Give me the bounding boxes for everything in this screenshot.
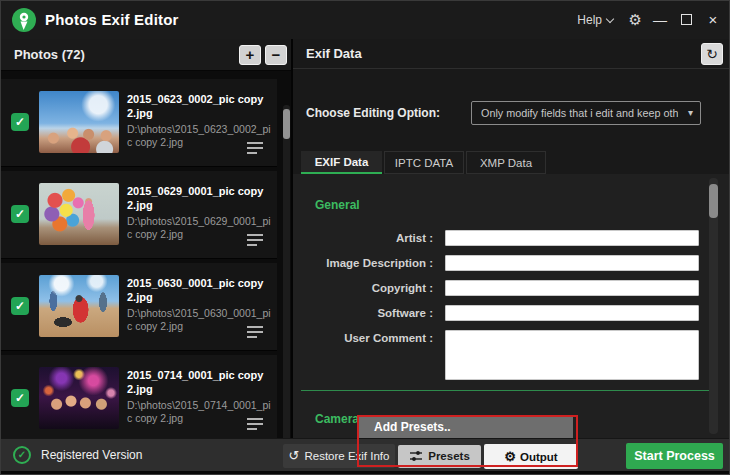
photo-checkbox[interactable]: ✓: [11, 113, 29, 131]
photo-thumbnail: [39, 367, 119, 429]
photo-filename: 2015_0630_0001_pic copy 2.jpg: [127, 276, 273, 304]
app-logo-icon: [11, 7, 37, 33]
restore-exif-info-button[interactable]: ↺Restore Exif Info: [283, 444, 395, 468]
add-photos-button[interactable]: +: [239, 45, 261, 65]
exif-fields-content: General Artist : Image Description : Cop…: [293, 174, 730, 438]
field-row: User Comment :: [293, 330, 713, 382]
image-description-field[interactable]: [445, 255, 699, 271]
photo-list: ✓ 2015_0623_0002_pic copy 2.jpg D:\photo…: [1, 71, 291, 438]
user-comment-field[interactable]: [445, 330, 699, 380]
field-row: Software :: [293, 305, 713, 323]
photo-list-item[interactable]: ✓ 2015_0714_0001_pic copy 2.jpg D:\photo…: [1, 355, 277, 438]
software-label: Software :: [293, 305, 433, 322]
maximize-button[interactable]: [677, 1, 695, 39]
exif-panel-header: Exif Data ↻: [293, 39, 730, 69]
exif-panel: Exif Data ↻ Choose Editing Option: Only …: [293, 39, 730, 438]
close-button[interactable]: ×: [703, 1, 723, 39]
tab-iptc-data[interactable]: IPTC DATA: [384, 151, 464, 174]
section-general: General: [315, 198, 360, 212]
photo-options-menu-icon[interactable]: [247, 231, 263, 246]
software-field[interactable]: [445, 305, 699, 321]
choose-editing-option-label: Choose Editing Option:: [306, 101, 440, 125]
sliders-icon: [409, 450, 423, 462]
field-row: Artist :: [293, 230, 713, 248]
app-title: Photos Exif Editor: [45, 1, 179, 39]
help-menu[interactable]: Help: [577, 1, 613, 39]
title-bar: Photos Exif Editor Help ⚙ — ×: [1, 1, 730, 39]
tab-xmp-data[interactable]: XMP Data: [466, 151, 546, 174]
exif-scrollbar[interactable]: [709, 178, 718, 434]
photo-filename: 2015_0623_0002_pic copy 2.jpg: [127, 92, 273, 120]
chevron-down-icon: [606, 15, 614, 23]
registered-version-label: Registered Version: [41, 439, 142, 472]
photo-thumbnail: [39, 275, 119, 337]
status-bar: ✓ Registered Version ↺Restore Exif Info …: [1, 438, 730, 471]
presets-popup-menu: Add Presets..: [359, 417, 573, 438]
section-camera: Camera: [315, 412, 359, 426]
photo-thumbnail: [39, 183, 119, 245]
gear-icon: ⚙: [504, 449, 516, 464]
photo-list-item[interactable]: ✓ 2015_0623_0002_pic copy 2.jpg D:\photo…: [1, 79, 277, 167]
photos-scrollbar[interactable]: [283, 105, 290, 438]
photos-scrollbar-thumb[interactable]: [283, 109, 290, 139]
copyright-label: Copyright :: [293, 280, 433, 297]
photo-filename: 2015_0714_0001_pic copy 2.jpg: [127, 368, 273, 396]
tab-exif-data[interactable]: EXIF Data: [301, 151, 382, 174]
maximize-icon: [681, 14, 692, 25]
field-row: Image Description :: [293, 255, 713, 273]
editing-option-value: Only modify fields that i edit and keep …: [481, 102, 678, 124]
artist-field[interactable]: [445, 230, 699, 246]
photo-filename: 2015_0629_0001_pic copy 2.jpg: [127, 184, 273, 212]
refresh-button[interactable]: ↻: [701, 43, 723, 65]
photo-thumbnail: [39, 91, 119, 153]
photo-checkbox[interactable]: ✓: [11, 297, 29, 315]
minimize-button[interactable]: —: [651, 1, 669, 39]
photo-list-item[interactable]: ✓ 2015_0630_0001_pic copy 2.jpg D:\photo…: [1, 263, 277, 351]
photo-options-menu-icon[interactable]: [247, 415, 263, 430]
registered-check-icon: ✓: [13, 446, 31, 464]
artist-label: Artist :: [293, 230, 433, 247]
copyright-field[interactable]: [445, 280, 699, 296]
photo-options-menu-icon[interactable]: [247, 139, 263, 154]
photos-panel-header: Photos (72) + −: [1, 39, 291, 71]
output-settings-button[interactable]: ⚙Output Settings: [484, 444, 578, 469]
field-row: Copyright :: [293, 280, 713, 298]
photos-panel: Photos (72) + − ✓ 2015_0623_0002_pic cop…: [1, 39, 291, 438]
restore-icon: ↺: [289, 448, 300, 463]
section-separator: [301, 390, 713, 391]
photo-list-item[interactable]: ✓ 2015_0629_0001_pic copy 2.jpg D:\photo…: [1, 171, 277, 259]
dropdown-caret-icon: ▾: [688, 102, 693, 124]
image-description-label: Image Description :: [293, 255, 433, 272]
settings-gear-icon[interactable]: ⚙: [629, 1, 642, 39]
presets-button[interactable]: Presets: [398, 445, 481, 468]
app-window: Photos Exif Editor Help ⚙ — × Photos (72…: [0, 0, 730, 475]
photo-options-menu-icon[interactable]: [247, 323, 263, 338]
editing-option-dropdown[interactable]: Only modify fields that i edit and keep …: [471, 101, 701, 125]
photo-checkbox[interactable]: ✓: [11, 205, 29, 223]
window-bottom-edge: [1, 471, 730, 475]
exif-scrollbar-thumb[interactable]: [709, 184, 718, 218]
user-comment-label: User Comment :: [293, 330, 433, 347]
exif-panel-title: Exif Data: [306, 39, 362, 69]
photo-checkbox[interactable]: ✓: [11, 389, 29, 407]
start-process-button[interactable]: Start Process: [626, 443, 723, 469]
photos-count-label: Photos (72): [14, 39, 85, 71]
remove-photos-button[interactable]: −: [265, 45, 287, 65]
add-presets-menu-item[interactable]: Add Presets..: [359, 417, 573, 438]
